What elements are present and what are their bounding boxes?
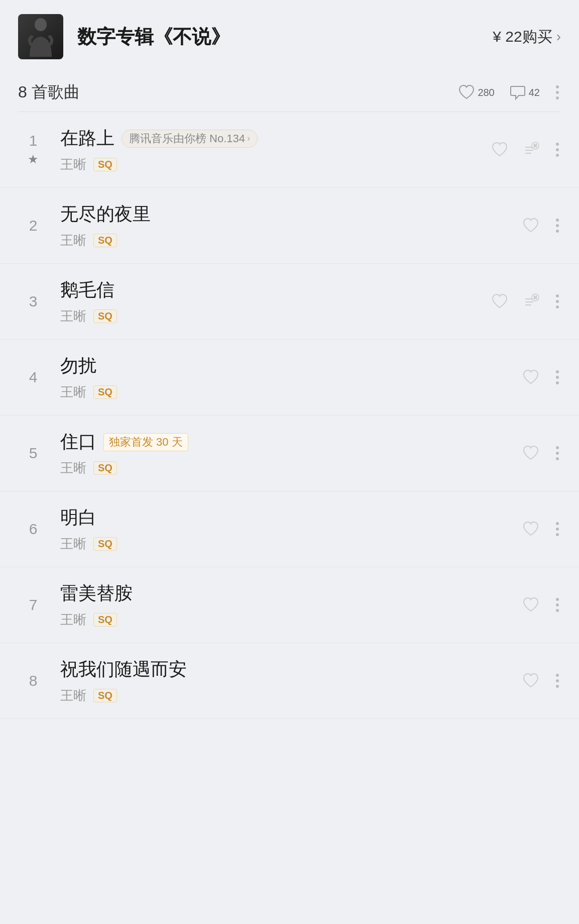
song-like-button[interactable] — [522, 368, 540, 386]
sq-badge: SQ — [93, 234, 117, 247]
song-info: 祝我们随遇而安王晰SQ — [60, 657, 522, 704]
song-item: 6明白王晰SQ — [0, 491, 579, 567]
song-title[interactable]: 雷美替胺 — [60, 581, 133, 606]
heart-outline-icon — [522, 368, 540, 386]
album-cover — [18, 14, 63, 59]
song-like-button[interactable] — [522, 672, 540, 690]
song-info: 在路上腾讯音乐由你榜 No.134 ›王晰SQ — [60, 126, 491, 173]
sq-badge: SQ — [93, 158, 117, 171]
more-button[interactable] — [554, 83, 561, 101]
sq-badge: SQ — [93, 689, 117, 702]
song-title[interactable]: 住口 — [60, 430, 96, 454]
song-meta: 王晰SQ — [60, 459, 522, 477]
comment-count: 42 — [529, 87, 540, 98]
song-number: 7 — [29, 597, 38, 612]
heart-outline-icon — [491, 141, 509, 159]
song-item: 8祝我们随遇而安王晰SQ — [0, 643, 579, 719]
heart-outline-icon — [522, 672, 540, 690]
star-icon[interactable]: ★ — [28, 152, 39, 166]
song-info: 雷美替胺王晰SQ — [60, 581, 522, 629]
song-more-button[interactable] — [554, 672, 561, 690]
song-info: 住口独家首发 30 天王晰SQ — [60, 430, 522, 477]
song-meta: 王晰SQ — [60, 156, 491, 173]
song-item: 5住口独家首发 30 天王晰SQ — [0, 416, 579, 491]
song-like-button[interactable] — [491, 141, 509, 159]
song-number-col: 3 — [18, 294, 48, 309]
song-item: 4勿扰王晰SQ — [0, 340, 579, 416]
song-title-row: 祝我们随遇而安 — [60, 657, 522, 682]
song-number: 2 — [29, 218, 38, 233]
song-meta: 王晰SQ — [60, 611, 522, 629]
song-title-row: 无尽的夜里 — [60, 202, 522, 227]
song-info: 无尽的夜里王晰SQ — [60, 202, 522, 249]
artist-name: 王晰 — [60, 307, 86, 325]
album-title: 数字专辑《不说》 — [77, 24, 493, 50]
song-more-button[interactable] — [554, 141, 561, 159]
song-actions — [522, 368, 561, 386]
song-more-button[interactable] — [554, 292, 561, 311]
sq-badge: SQ — [93, 385, 117, 399]
song-meta: 王晰SQ — [60, 307, 491, 325]
artist-name: 王晰 — [60, 459, 86, 477]
add-to-playlist-button[interactable] — [523, 141, 540, 158]
song-more-button[interactable] — [554, 596, 561, 614]
svg-point-0 — [35, 18, 47, 31]
buy-button[interactable]: ¥ 22购买 › — [493, 27, 561, 47]
song-like-button[interactable] — [491, 292, 509, 311]
song-number-col: 7 — [18, 597, 48, 612]
heart-icon — [457, 83, 476, 101]
song-more-button[interactable] — [554, 368, 561, 386]
comment-icon — [509, 83, 527, 101]
song-number-col: 8 — [18, 673, 48, 688]
song-title[interactable]: 在路上 — [60, 126, 114, 151]
song-actions — [522, 444, 561, 462]
song-like-button[interactable] — [522, 520, 540, 538]
song-number-col: 6 — [18, 522, 48, 537]
song-number: 3 — [29, 294, 38, 309]
song-title-row: 鹅毛信 — [60, 278, 491, 302]
song-like-button[interactable] — [522, 217, 540, 235]
song-title-row: 勿扰 — [60, 354, 522, 378]
song-more-button[interactable] — [554, 217, 561, 235]
song-title[interactable]: 鹅毛信 — [60, 278, 114, 302]
comment-count-button[interactable]: 42 — [509, 83, 540, 101]
sq-badge: SQ — [93, 461, 117, 475]
song-like-button[interactable] — [522, 596, 540, 614]
header-actions: 280 42 — [457, 83, 561, 101]
add-to-playlist-button[interactable] — [523, 293, 540, 310]
artist-name: 王晰 — [60, 383, 86, 401]
like-count-button[interactable]: 280 — [457, 83, 494, 101]
sq-badge: SQ — [93, 613, 117, 627]
chart-badge-chevron: › — [247, 133, 250, 144]
song-title-row: 雷美替胺 — [60, 581, 522, 606]
song-more-button[interactable] — [554, 444, 561, 462]
song-item: 7雷美替胺王晰SQ — [0, 567, 579, 643]
song-count-row: 8 首歌曲 280 42 — [0, 71, 579, 112]
song-actions — [522, 596, 561, 614]
song-item: 3鹅毛信王晰SQ — [0, 264, 579, 340]
song-count-label: 8 首歌曲 — [18, 81, 457, 104]
chart-badge[interactable]: 腾讯音乐由你榜 No.134 › — [122, 130, 258, 148]
like-count: 280 — [478, 87, 494, 98]
heart-outline-icon — [522, 217, 540, 235]
song-number: 8 — [29, 673, 38, 688]
song-title[interactable]: 明白 — [60, 505, 96, 530]
song-title-row: 在路上腾讯音乐由你榜 No.134 › — [60, 126, 491, 151]
song-number: 4 — [29, 370, 38, 385]
song-more-button[interactable] — [554, 520, 561, 538]
heart-outline-icon — [491, 292, 509, 311]
song-meta: 王晰SQ — [60, 535, 522, 553]
song-item: 1★在路上腾讯音乐由你榜 No.134 ›王晰SQ — [0, 112, 579, 188]
song-title[interactable]: 无尽的夜里 — [60, 202, 151, 227]
song-list: 1★在路上腾讯音乐由你榜 No.134 ›王晰SQ 2无尽的夜里王晰SQ3鹅毛信… — [0, 112, 579, 719]
song-actions — [522, 217, 561, 235]
song-like-button[interactable] — [522, 444, 540, 462]
song-title[interactable]: 祝我们随遇而安 — [60, 657, 187, 682]
chevron-right-icon: › — [556, 29, 561, 45]
artist-name: 王晰 — [60, 156, 86, 173]
song-actions — [522, 520, 561, 538]
song-title-row: 明白 — [60, 505, 522, 530]
song-title[interactable]: 勿扰 — [60, 354, 96, 378]
song-info: 勿扰王晰SQ — [60, 354, 522, 401]
song-meta: 王晰SQ — [60, 383, 522, 401]
